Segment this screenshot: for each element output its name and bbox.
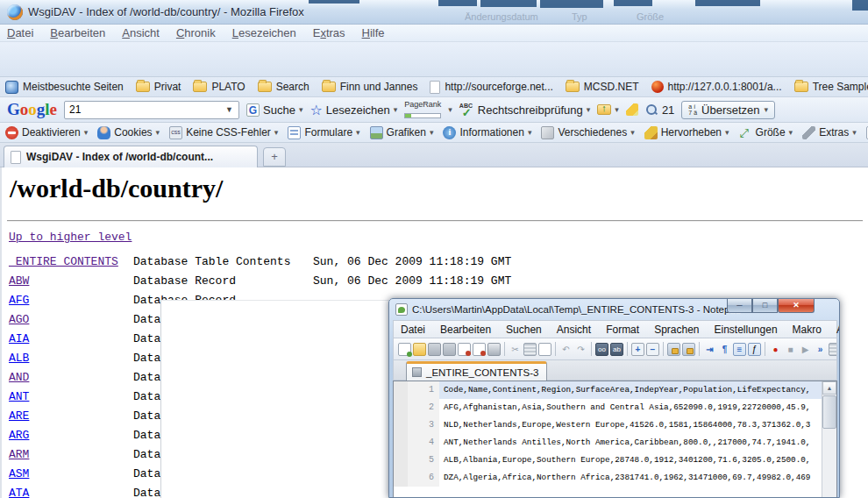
new-file-icon[interactable] <box>398 343 411 356</box>
replace-icon[interactable]: ab <box>610 343 623 356</box>
line-text[interactable]: ALB,Albania,Europe,Southern Europe,28748… <box>439 452 822 469</box>
save-all-icon[interactable] <box>443 343 456 356</box>
listing-link[interactable]: AIA <box>9 332 133 345</box>
webdev-stop[interactable]: Deaktivieren▾ <box>5 126 88 139</box>
menu-datei[interactable]: Datei <box>7 26 33 39</box>
editor-line[interactable]: 1Code,Name,Continent,Region,SurfaceArea,… <box>394 381 822 399</box>
word-find-button[interactable]: 21 <box>645 103 674 117</box>
editor-line[interactable]: 6DZA,Algeria,Africa,Northern Africa,2381… <box>394 469 822 487</box>
notepad-editor[interactable]: 1Code,Name,Continent,Region,SurfaceArea,… <box>393 381 837 498</box>
function-hints-icon[interactable]: ƒ <box>748 343 761 356</box>
listing-link[interactable]: ASM <box>9 467 133 480</box>
macro-record-icon[interactable]: ● <box>769 343 782 356</box>
line-text[interactable]: NLD,Netherlands,Europe,Western Europe,41… <box>439 416 822 434</box>
save-icon[interactable] <box>428 343 441 356</box>
bookmark-item[interactable]: PLATO <box>193 81 245 93</box>
close-file-icon[interactable] <box>458 343 471 356</box>
listing-link[interactable]: ATA <box>9 487 133 498</box>
minimize-button[interactable]: ─ <box>727 299 752 313</box>
listing-link[interactable]: AFG <box>9 294 133 307</box>
menu-hilfe[interactable]: Hilfe <box>362 26 385 39</box>
macro-play-icon[interactable]: ▶ <box>799 343 812 356</box>
editor-vertical-scrollbar[interactable]: ▲ <box>822 381 836 498</box>
line-text[interactable]: DZA,Algeria,Africa,Northern Africa,23817… <box>439 469 822 487</box>
indent-guides-icon[interactable]: ≡ <box>733 343 746 356</box>
bookmark-item[interactable]: http://127.0.0.1:8001/a... <box>651 81 782 93</box>
menu-lesezeichen[interactable]: Lesezeichen <box>232 26 296 39</box>
close-button[interactable]: ✕ <box>778 299 815 313</box>
editor-line[interactable]: 5ALB,Albania,Europe,Southern Europe,2874… <box>394 452 822 469</box>
npp-menu-sprachen[interactable]: Sprachen <box>654 324 699 336</box>
listing-link[interactable]: _ENTIRE_CONTENTS <box>9 255 133 268</box>
macro-save-icon[interactable] <box>829 343 837 356</box>
listing-link[interactable]: ALB <box>9 352 133 365</box>
bookmark-item[interactable]: Privat <box>136 81 181 93</box>
find-icon[interactable]: oo <box>595 343 608 356</box>
webdev-cube[interactable]: Verschiedenes▾ <box>541 126 634 139</box>
webdev-brush[interactable]: Hervorheben▾ <box>644 126 729 139</box>
translate-button[interactable]: a í 7 ä Übersetzen▾ <box>681 101 775 119</box>
tab-wsgidav[interactable]: WsgiDAV - Index of /world-db/count... <box>4 146 258 167</box>
scrollbar-thumb[interactable] <box>822 395 836 429</box>
open-file-icon[interactable] <box>413 343 426 356</box>
bookmark-item[interactable]: http://sourceforge.net... <box>430 81 552 94</box>
npp-menu-bearbeiten[interactable]: Bearbeiten <box>440 324 491 336</box>
editor-line[interactable]: 2AFG,Afghanistan,Asia,Southern and Centr… <box>394 399 822 416</box>
zoom-out-icon[interactable]: − <box>646 343 659 356</box>
line-text[interactable]: Code,Name,Continent,Region,SurfaceArea,I… <box>439 381 822 399</box>
scrollbar-up-arrow[interactable]: ▲ <box>822 381 836 395</box>
paste-icon[interactable] <box>538 343 551 356</box>
macro-stop-icon[interactable]: ■ <box>784 343 797 356</box>
menu-bearbeiten[interactable]: Bearbeiten <box>50 26 105 39</box>
listing-link[interactable]: ARM <box>9 448 133 461</box>
line-text[interactable]: ANT,Netherlands Antilles,North America,C… <box>439 434 822 452</box>
show-symbols-icon[interactable]: ¶ <box>718 343 731 356</box>
menu-chronik[interactable]: Chronik <box>176 26 216 39</box>
copy-icon[interactable] <box>523 343 537 356</box>
listing-link[interactable]: ANT <box>9 390 133 403</box>
listing-link[interactable]: ABW <box>9 274 133 288</box>
google-search-value[interactable]: 21 <box>69 103 81 116</box>
google-search-input[interactable]: 21 ▼ <box>64 101 239 119</box>
webdev-size[interactable]: Größe▾ <box>739 126 793 139</box>
google-bookmarks-button[interactable]: ☆ Lesezeichen▾ <box>309 102 397 118</box>
webdev-person[interactable]: Cookies▾ <box>97 126 160 139</box>
spellcheck-button[interactable]: ABC Rechtschreibprüfung▾ <box>459 103 591 117</box>
npp-menu-makro[interactable]: Makro <box>793 324 822 336</box>
bookmark-item[interactable]: Finn und Jannes <box>322 81 418 93</box>
macro-run-multiple-icon[interactable]: » <box>814 343 827 356</box>
close-all-icon[interactable] <box>473 343 486 356</box>
highlighter-button[interactable] <box>626 103 638 116</box>
npp-menu-einstellungen[interactable]: Einstellungen <box>715 324 778 336</box>
listing-link[interactable]: AND <box>9 371 133 384</box>
editor-lines[interactable]: 1Code,Name,Continent,Region,SurfaceArea,… <box>394 381 822 498</box>
npp-menu-suchen[interactable]: Suchen <box>506 324 542 336</box>
cut-icon[interactable]: ✂ <box>509 343 522 356</box>
listing-link[interactable]: ARG <box>9 429 133 442</box>
new-tab-button[interactable]: + <box>263 147 286 167</box>
bookmark-item[interactable]: MCSD.NET <box>566 81 639 93</box>
maximize-button[interactable]: □ <box>752 299 778 313</box>
listing-link[interactable]: AGO <box>9 313 133 326</box>
word-wrap-icon[interactable]: ⇥ <box>703 343 716 356</box>
up-to-higher-level-link[interactable]: Up to higher level <box>9 231 132 244</box>
print-icon[interactable] <box>487 343 501 356</box>
webdev-img[interactable]: Grafiken▾ <box>370 126 434 139</box>
menu-extras[interactable]: Extras <box>313 26 345 39</box>
menu-ansicht[interactable]: Ansicht <box>122 26 160 39</box>
listing-link[interactable]: ARE <box>9 409 133 423</box>
webdev-wrench[interactable]: Extras▾ <box>802 126 857 139</box>
zoom-in-icon[interactable]: + <box>631 343 644 356</box>
bookmark-item[interactable]: Tree Samples <box>794 81 868 93</box>
npp-menu-datei[interactable]: Datei <box>401 324 425 336</box>
webdev-info[interactable]: Informationen▾ <box>443 126 531 139</box>
send-to-button[interactable]: ▾ <box>597 104 619 115</box>
search-dropdown-icon[interactable]: ▼ <box>225 105 238 114</box>
redo-icon[interactable]: ↷ <box>574 343 587 356</box>
npp-menu-format[interactable]: Format <box>606 324 639 336</box>
sync-scroll-v-icon[interactable] <box>667 343 680 356</box>
bookmark-item[interactable]: Search <box>258 81 309 93</box>
editor-line[interactable]: 3NLD,Netherlands,Europe,Western Europe,4… <box>394 416 822 434</box>
google-search-button[interactable]: G Suche▾ <box>246 103 302 117</box>
sync-scroll-h-icon[interactable] <box>682 343 695 356</box>
